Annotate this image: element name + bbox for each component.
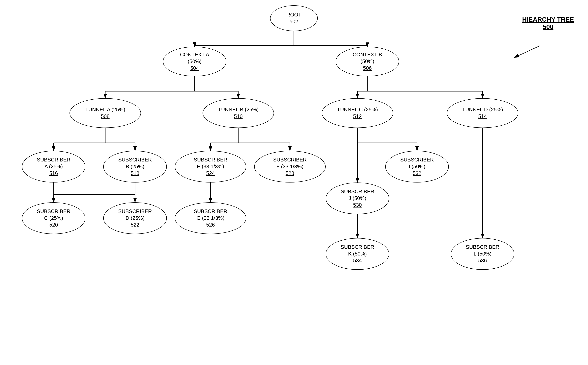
node-subA-ref: 516 — [49, 170, 58, 177]
node-contextB: CONTEXT B(50%) 506 — [336, 47, 399, 76]
node-subL: SUBSCRIBERL (50%) 536 — [451, 238, 514, 270]
node-root: ROOT 502 — [270, 5, 318, 31]
node-subK: SUBSCRIBERK (50%) 534 — [326, 238, 389, 270]
node-subC-ref: 520 — [49, 222, 58, 228]
node-subE-label: SUBSCRIBERE (33 1/3%) — [194, 156, 227, 170]
annotation-title: HIEARCHY TREE 500 — [520, 16, 576, 31]
svg-line-42 — [514, 46, 540, 57]
node-root-ref: 502 — [290, 18, 298, 25]
node-tunnelC-label: TUNNEL C (25%) — [337, 106, 378, 113]
node-subI-label: SUBSCRIBERI (50%) — [400, 156, 434, 170]
node-subJ: SUBSCRIBERJ (50%) 530 — [326, 182, 389, 214]
node-subA: SUBSCRIBERA (25%) 516 — [22, 151, 85, 182]
node-subD: SUBSCRIBERD (25%) 522 — [103, 202, 167, 234]
node-subE: SUBSCRIBERE (33 1/3%) 524 — [175, 151, 246, 182]
node-tunnelB-ref: 510 — [234, 113, 242, 120]
node-subL-label: SUBSCRIBERL (50%) — [466, 244, 499, 257]
annotation-label: HIEARCHY TREE 500 — [522, 16, 574, 30]
node-subK-ref: 534 — [353, 257, 362, 264]
node-contextB-label: CONTEXT B(50%) — [353, 51, 382, 65]
node-subI: SUBSCRIBERI (50%) 532 — [385, 151, 449, 182]
node-subB-ref: 518 — [131, 170, 139, 177]
node-subB: SUBSCRIBERB (25%) 518 — [103, 151, 167, 182]
node-contextA-ref: 504 — [190, 65, 199, 72]
node-tunnelA-label: TUNNEL A (25%) — [85, 106, 125, 113]
node-subG-label: SUBSCRIBERG (33 1/3%) — [194, 208, 227, 222]
node-subA-label: SUBSCRIBERA (25%) — [37, 156, 70, 170]
node-subK-label: SUBSCRIBERK (50%) — [341, 244, 374, 257]
node-subF-ref: 528 — [286, 170, 294, 177]
node-tunnelD-label: TUNNEL D (25%) — [462, 106, 503, 113]
node-tunnelC-ref: 512 — [353, 113, 362, 120]
node-subG-ref: 526 — [206, 222, 215, 228]
node-root-label: ROOT — [286, 12, 301, 18]
diagram: ROOT 502 CONTEXT A(50%) 504 CONTEXT B(50… — [0, 0, 588, 365]
node-tunnelD-ref: 514 — [478, 113, 487, 120]
node-tunnelD: TUNNEL D (25%) 514 — [447, 98, 518, 128]
node-tunnelC: TUNNEL C (25%) 512 — [322, 98, 393, 128]
node-tunnelA-ref: 508 — [101, 113, 109, 120]
node-tunnelA: TUNNEL A (25%) 508 — [70, 98, 141, 128]
node-subF-label: SUBSCRIBERF (33 1/3%) — [273, 156, 307, 170]
node-subG: SUBSCRIBERG (33 1/3%) 526 — [175, 202, 246, 234]
node-subC: SUBSCRIBERC (25%) 520 — [22, 202, 85, 234]
node-subJ-ref: 530 — [353, 202, 362, 209]
node-subD-ref: 522 — [131, 222, 139, 228]
node-subJ-label: SUBSCRIBERJ (50%) — [341, 188, 374, 202]
node-contextA-label: CONTEXT A(50%) — [180, 51, 209, 65]
node-subI-ref: 532 — [413, 170, 421, 177]
node-subE-ref: 524 — [206, 170, 215, 177]
node-tunnelB-label: TUNNEL B (25%) — [218, 106, 259, 113]
node-contextB-ref: 506 — [363, 65, 371, 72]
node-tunnelB: TUNNEL B (25%) 510 — [203, 98, 274, 128]
node-contextA: CONTEXT A(50%) 504 — [163, 47, 226, 76]
node-subB-label: SUBSCRIBERB (25%) — [118, 156, 152, 170]
node-subD-label: SUBSCRIBERD (25%) — [118, 208, 152, 222]
tree-lines — [0, 0, 588, 365]
node-subL-ref: 536 — [478, 257, 487, 264]
node-subC-label: SUBSCRIBERC (25%) — [37, 208, 70, 222]
node-subF: SUBSCRIBERF (33 1/3%) 528 — [254, 151, 326, 182]
